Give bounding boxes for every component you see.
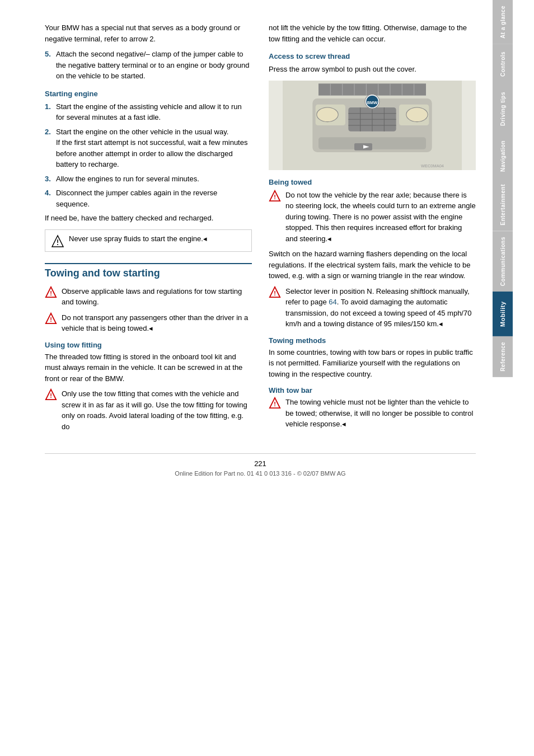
sidebar-tab-controls-label: Controls (500, 51, 506, 76)
car-front-image: BMW WEC0MA04 (269, 81, 476, 170)
step3-num: 3. (45, 173, 53, 185)
svg-text:!: ! (50, 316, 52, 323)
tow-fitting-warn-icon: ! (45, 388, 57, 401)
tow-fitting-warning-text: Only use the tow fitting that comes with… (62, 388, 252, 432)
access-screw-thread-text: Press the arrow symbol to push out the c… (269, 64, 476, 75)
sidebar-tab-reference[interactable]: Reference (493, 336, 513, 377)
towing-methods-text1: In some countries, towing with tow bars … (269, 347, 476, 380)
sidebar-tab-at-a-glance[interactable]: At a glance (493, 0, 513, 44)
svg-text:!: ! (50, 392, 52, 399)
car-image-svg: BMW WEC0MA04 (269, 81, 476, 170)
svg-text:!: ! (274, 194, 276, 200)
towing-methods-heading: Towing methods (269, 336, 476, 345)
being-towed-warning2-text: Selector lever in position N. Releasing … (285, 286, 476, 330)
towing-warning1: ! Observe applicable laws and regulation… (45, 286, 252, 308)
towing-warning1-text: Observe applicable laws and regulations … (62, 286, 252, 308)
svg-text:!: ! (50, 290, 52, 297)
sidebar-tab-driving-tips[interactable]: Driving tips (493, 83, 513, 134)
starting-steps: 1. Start the engine of the assisting veh… (45, 101, 252, 210)
sidebar-tab-at-a-glance-label: At a glance (500, 6, 506, 39)
page64-link[interactable]: 64 (329, 298, 336, 306)
tow-fitting-text1: The threaded tow fitting is stored in th… (45, 351, 252, 384)
sidebar-tab-communications[interactable]: Communications (493, 231, 513, 292)
left-column: Your BMW has a special nut that serves a… (45, 22, 252, 436)
sidebar-tab-entertainment-label: Entertainment (500, 184, 506, 226)
with-tow-bar-warning: ! The towing vehicle must not be lighter… (269, 397, 476, 430)
starting-engine-heading: Starting engine (45, 90, 252, 98)
svg-point-32 (317, 107, 338, 122)
svg-point-2 (57, 244, 58, 245)
step2-num: 2. (45, 126, 53, 170)
edition-text: Online Edition for Part no. 01 41 0 013 … (45, 470, 476, 477)
tow-bar-warn-icon: ! (269, 397, 281, 409)
step5-num: 5. (45, 49, 53, 82)
warning2-icon: ! (45, 312, 57, 325)
warning1-icon: ! (45, 286, 57, 298)
notice-triangle-icon (51, 234, 64, 248)
right-column: not lift the vehicle by the tow fitting.… (269, 22, 476, 436)
sidebar-tab-driving-tips-label: Driving tips (500, 91, 506, 125)
being-towed-warning2: ! Selector lever in position N. Releasin… (269, 286, 476, 330)
sidebar-tab-navigation-label: Navigation (500, 140, 506, 172)
sidebar: At a glance Controls Driving tips Naviga… (493, 0, 513, 756)
towing-warning2-text: Do not transport any passengers other th… (62, 312, 252, 334)
step3-text: Allow the engines to run for several min… (56, 173, 199, 185)
tow-bar-warning-text: The towing vehicle must not be lighter t… (285, 397, 476, 430)
right-intro: not lift the vehicle by the tow fitting.… (269, 22, 476, 44)
being-towed-text1: Switch on the hazard warning flashers de… (269, 248, 476, 281)
spray-notice-text: Never use spray fluids to start the engi… (69, 233, 207, 245)
step4-text: Disconnect the jumper cables again in th… (56, 187, 252, 209)
svg-text:WEC0MA04: WEC0MA04 (421, 163, 444, 168)
being-towed-warning1-text: Do not tow the vehicle by the rear axle;… (285, 190, 476, 245)
being-towed-warning1: ! Do not tow the vehicle by the rear axl… (269, 190, 476, 245)
using-tow-fitting-heading: Using tow fitting (45, 341, 252, 349)
battery-note: If need be, have the battery checked and… (45, 213, 252, 224)
sidebar-tab-mobility-label: Mobility (499, 301, 506, 327)
svg-rect-11 (318, 83, 426, 95)
svg-text:BMW: BMW (367, 100, 378, 105)
sidebar-tab-mobility[interactable]: Mobility (493, 292, 513, 336)
access-screw-thread-heading: Access to screw thread (269, 52, 476, 60)
svg-text:!: ! (274, 290, 276, 297)
being-towed-heading: Being towed (269, 178, 476, 186)
step1-num: 1. (45, 101, 53, 123)
sidebar-tab-reference-label: Reference (500, 342, 506, 372)
sidebar-tab-navigation[interactable]: Navigation (493, 134, 513, 179)
step5-text: Attach the second negative/– clamp of th… (56, 49, 252, 82)
being-towed-warn2-icon: ! (269, 286, 281, 298)
with-tow-bar-heading: With tow bar (269, 386, 476, 395)
footer: 221 Online Edition for Part no. 01 41 0 … (45, 453, 476, 477)
being-towed-warn1-icon: ! (269, 190, 281, 202)
svg-text:!: ! (274, 401, 276, 407)
step2-text: Start the engine on the other vehicle in… (56, 126, 252, 170)
svg-point-34 (406, 107, 428, 122)
sidebar-tab-controls[interactable]: Controls (493, 44, 513, 83)
step4-num: 4. (45, 187, 53, 209)
sidebar-tab-entertainment[interactable]: Entertainment (493, 179, 513, 231)
towing-section-title: Towing and tow starting (45, 263, 252, 279)
step1-text: Start the engine of the assisting vehicl… (56, 101, 252, 123)
tow-fitting-warning: ! Only use the tow fitting that comes wi… (45, 388, 252, 432)
sidebar-tab-communications-label: Communications (500, 237, 506, 286)
intro-text: Your BMW has a special nut that serves a… (45, 22, 252, 44)
spray-notice: Never use spray fluids to start the engi… (45, 229, 252, 252)
page-number: 221 (45, 459, 476, 468)
towing-warning2: ! Do not transport any passengers other … (45, 312, 252, 334)
